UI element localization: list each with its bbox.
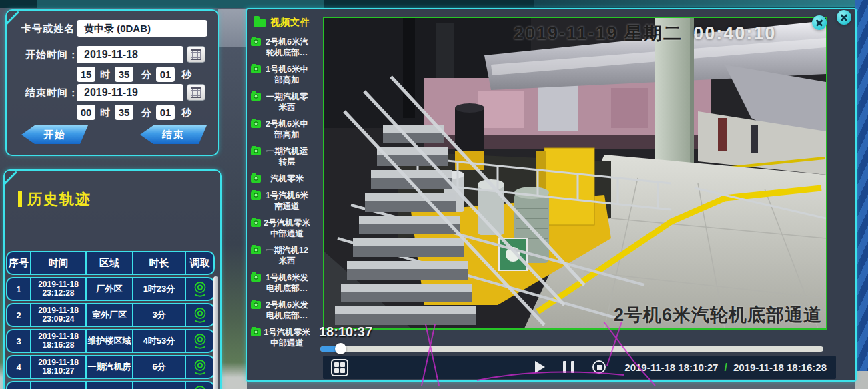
end-date-input[interactable]: 2019-11-19 [77,84,183,101]
minute-unit-label: 分 [141,107,151,119]
grid-icon [340,362,345,367]
video-file-item[interactable]: 汽机零米 [251,173,323,184]
camera-icon [251,301,261,309]
video-scene [324,18,826,328]
table-row[interactable]: 4 2019-11-18 18:10:27 一期汽机房 6分 [6,355,215,379]
camera-icon [251,65,261,73]
pause-button[interactable] [563,361,574,373]
end-hour-input[interactable]: 00 [77,105,95,120]
start-button[interactable]: 开始 [21,125,88,144]
table-row[interactable]: 5 2019-11-18 [6,381,215,389]
webcam-retrieve-icon[interactable] [191,280,209,298]
video-frame[interactable]: 2019-11-19 星期二00:40:10 2号机6米汽轮机底部通道 [323,17,827,330]
video-file-item[interactable]: 1号机6米发电机底部通道 [251,272,323,294]
video-file-label: 2号机6米中部高加 [264,119,310,140]
webcam-retrieve-icon[interactable] [191,332,209,350]
video-file-list: 2号机6米汽轮机底部通道 1号机6米中部高加 一期汽机零米西 2号机6米中部高加… [251,37,323,348]
video-file-panel: 视频文件 2号机6米汽轮机底部通道 1号机6米中部高加 一期汽机零米西 2号机6… [251,15,323,354]
panel-close-button[interactable] [837,10,851,25]
row-time: 2019-11-18 23:12:28 [31,278,87,300]
row-no: 5 [7,382,31,389]
row-area: 维护楼区域 [87,330,133,352]
end-minute-input[interactable]: 35 [115,105,133,120]
video-file-item[interactable]: 2号汽机零米中部通道 [251,218,323,239]
calendar-icon [191,87,201,98]
grid-icon [340,368,345,373]
video-file-item[interactable]: 1号汽机6米南通道 [251,190,323,212]
video-file-item[interactable]: 2号机6米汽轮机底部通道 [251,37,323,58]
grid-icon [334,362,339,367]
video-osd-camera-name: 2号机6米汽轮机底部通道 [614,303,822,327]
start-hour-input[interactable]: 15 [77,67,95,82]
start-date-input[interactable]: 2019-11-18 [77,46,183,63]
end-time-label: 结束时间： [25,87,79,99]
video-file-item[interactable]: 1号机6米中部高加 [251,64,323,85]
title-bar-accent [18,191,22,207]
row-clock: 18:10:27 [42,367,74,376]
video-file-item[interactable]: 1号汽机零米中部通道 [251,327,323,348]
video-file-list-title: 视频文件 [270,17,310,29]
end-calendar-button[interactable] [187,84,205,101]
second-unit-label: 秒 [181,107,191,119]
second-unit-label: 秒 [181,69,191,81]
row-retrieve-cell [186,330,213,352]
play-button[interactable] [535,361,545,373]
end-button[interactable]: 结束 [140,125,207,144]
video-player-panel: 视频文件 2号机6米汽轮机底部通道 1号机6米中部高加 一期汽机零米西 2号机6… [246,8,857,382]
name-input[interactable]: 黄中录 (0DAB) [77,20,207,37]
progress-bar[interactable] [320,346,823,352]
osd-time: 00:40:10 [693,23,776,43]
row-no: 3 [7,330,31,352]
camera-icon [251,274,261,282]
background-top-bar-light [37,0,324,8]
start-minute-input[interactable]: 35 [115,67,133,82]
start-calendar-button[interactable] [187,46,205,63]
playback-range: 2019-11-18 18:10:27 / 2019-11-18 18:16:2… [624,356,827,379]
row-retrieve-cell [186,356,213,378]
row-duration: 6分 [133,356,186,378]
stop-button[interactable] [592,360,606,374]
hour-unit-label: 时 [100,69,110,81]
video-file-label: 1号汽机零米中部通道 [264,327,310,348]
layout-grid-button[interactable] [331,359,348,376]
calendar-icon [191,49,201,60]
column-header-no: 序号 [7,252,31,274]
row-clock: 18:16:28 [42,341,74,350]
table-row[interactable]: 1 2019-11-18 23:12:28 厂外区 1时23分 [6,277,215,301]
camera-icon [251,175,261,183]
row-area: 厂外区 [87,278,133,300]
background-building [218,9,247,47]
video-file-label: 1号机6米中部高加 [264,64,310,85]
video-file-item[interactable]: 2号机6米中部高加 [251,119,323,140]
history-panel: 历史轨迹 序号 时间 区域 时长 调取 1 2019-11-18 23:12:2… [3,169,222,389]
row-duration: 1时23分 [133,278,186,300]
row-time: 2019-11-18 18:16:28 [31,330,87,352]
webcam-retrieve-icon[interactable] [191,306,209,324]
row-time: 2019-11-18 18:10:27 [31,356,87,378]
osd-date: 2019-11-19 星期二 [514,23,683,43]
webcam-retrieve-icon[interactable] [191,384,209,389]
row-area: 一期汽机房 [87,356,133,378]
video-close-button[interactable] [812,15,827,30]
row-no: 2 [7,304,31,326]
table-row[interactable]: 3 2019-11-18 18:16:28 维护楼区域 4时53分 [6,329,215,353]
camera-icon [251,191,261,200]
history-title: 历史轨迹 [27,189,91,210]
end-second-input[interactable]: 01 [156,105,175,120]
table-scrollbar[interactable] [213,276,218,389]
video-file-item[interactable]: 一期汽机零米西 [251,91,323,113]
row-area [87,382,133,389]
video-file-item[interactable]: 一期汽机12米西 [251,245,323,266]
progress-handle[interactable] [335,343,346,354]
start-second-input[interactable]: 01 [156,67,175,82]
video-file-item[interactable]: 2号机6米发电机底部通道 [251,300,323,321]
video-file-item[interactable]: 一期汽机运转层 [251,146,323,167]
playback-control-bar: 2019-11-18 18:10:27 / 2019-11-18 18:16:2… [323,356,836,379]
name-label: 卡号或姓名： [21,23,85,35]
row-duration: 3分 [133,304,186,326]
table-row[interactable]: 2 2019-11-18 23:09:24 室外厂区 3分 [6,303,215,327]
folder-icon [254,19,266,27]
webcam-retrieve-icon[interactable] [191,358,209,376]
camera-icon [251,120,261,128]
camera-icon [251,246,261,254]
